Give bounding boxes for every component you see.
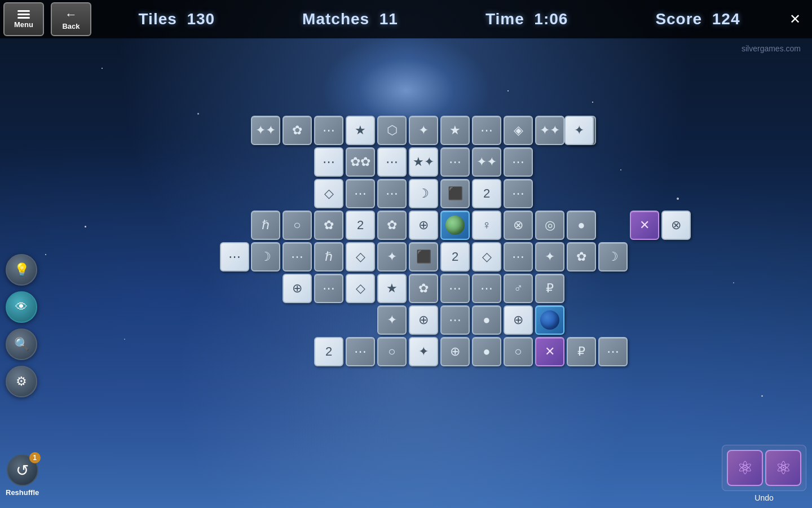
eye-button[interactable]: 👁 [6, 291, 37, 323]
tile-r1c2[interactable]: ⋯ [377, 147, 407, 177]
hint-button[interactable]: 💡 [6, 254, 37, 286]
tile-r4c6[interactable]: 2 [440, 242, 470, 271]
reshuffle-count: 1 [29, 452, 41, 463]
tile-r7c4[interactable]: ⊕ [440, 337, 470, 366]
tile-r7c5[interactable]: ● [472, 337, 501, 366]
tile-left-extra[interactable]: ⋯ [220, 242, 249, 271]
tile-r2c5[interactable]: 2 [472, 179, 501, 208]
tile-r5c6[interactable]: ⋯ [472, 274, 501, 303]
tile-r5c5[interactable]: ⋯ [440, 274, 470, 303]
tile-r3c3[interactable]: 2 [346, 211, 375, 240]
tile-r0c9[interactable]: ✦✦ [535, 116, 564, 145]
tile-r3c2[interactable]: ✿ [314, 211, 343, 240]
tile-r7c9[interactable]: ⋯ [598, 337, 628, 366]
tile-r2c6[interactable]: ⋯ [504, 179, 533, 208]
header-stats: Tiles 130 Matches 11 Time 1:06 Score 124 [95, 10, 784, 28]
tile-r6c1[interactable]: ⊕ [409, 305, 438, 335]
tile-right-extra1[interactable]: ✕ [630, 211, 659, 240]
time-stat: Time 1:06 [486, 10, 568, 28]
tile-r6c5-planet[interactable] [535, 305, 564, 335]
tile-r1c0[interactable]: ⋯ [314, 147, 343, 177]
tile-r1c4[interactable]: ⋯ [440, 147, 470, 177]
tile-r2c2[interactable]: ⋯ [377, 179, 407, 208]
tile-r5c7[interactable]: ♂ [504, 274, 533, 303]
tile-r4c5[interactable]: ⬛ [409, 242, 438, 271]
tile-r4c1[interactable]: ⋯ [283, 242, 312, 271]
reshuffle-icon: ↺ [16, 461, 29, 480]
tile-r1c1[interactable]: ✿✿ [346, 147, 375, 177]
tile-r4c11[interactable]: ☽ [598, 242, 628, 271]
tile-r0c1[interactable]: ✿ [283, 116, 312, 145]
tile-r4c9[interactable]: ✦ [535, 242, 564, 271]
tile-r3c0[interactable]: ℏ [251, 211, 280, 240]
tile-r7c0[interactable]: 2 [314, 337, 343, 366]
tile-r0c3[interactable]: ★ [346, 116, 375, 145]
tile-r6c2[interactable]: ⋯ [440, 305, 470, 335]
tile-r2c3[interactable]: ☽ [409, 179, 438, 208]
tile-r6c4[interactable]: ⊕ [504, 305, 533, 335]
back-button[interactable]: ← Back [51, 2, 91, 36]
menu-button[interactable]: Menu [3, 2, 44, 36]
tile-r3c5[interactable]: ⊕ [409, 211, 438, 240]
tile-r7c7-purple[interactable]: ✕ [535, 337, 564, 366]
close-button[interactable]: ✕ [784, 8, 806, 30]
tile-r0c5[interactable]: ✦ [409, 116, 438, 145]
tile-r7c2[interactable]: ○ [377, 337, 407, 366]
menu-icon [17, 10, 30, 19]
tile-r4c7[interactable]: ◇ [472, 242, 501, 271]
tile-r3c8[interactable]: ⊗ [504, 211, 533, 240]
tiles-stat: Tiles 130 [139, 10, 215, 28]
tile-r4c8[interactable]: ⋯ [504, 242, 533, 271]
tile-r2c0[interactable]: ◇ [314, 179, 343, 208]
game-board: ✦✦ ✿ ⋯ ★ ⬡ ✦ ★ ⋯ ◈ ✦✦ ⋯ ✦ ⋯ ✿✿ ⋯ ★✦ ⋯ ✦✦… [220, 116, 592, 437]
tile-r3c6[interactable] [440, 211, 470, 240]
tile-r5c0[interactable]: ⊕ [283, 274, 312, 303]
tile-r5c2[interactable]: ◇ [346, 274, 375, 303]
search-button[interactable]: 🔍 [6, 329, 37, 360]
tile-r4c4[interactable]: ✦ [377, 242, 407, 271]
undo-tile-1[interactable]: ⚛ [727, 450, 763, 486]
search-icon: 🔍 [14, 337, 29, 352]
tile-r5c8[interactable]: ₽ [535, 274, 564, 303]
undo-tiles-container: ⚛ ⚛ [722, 445, 806, 491]
tile-r0c8[interactable]: ◈ [504, 116, 533, 145]
tile-r0c11[interactable]: ✦ [564, 116, 594, 145]
tile-r2c1[interactable]: ⋯ [346, 179, 375, 208]
tile-r5c3[interactable]: ★ [377, 274, 407, 303]
tile-r3c1[interactable]: ○ [283, 211, 312, 240]
undo-label: Undo [754, 493, 773, 502]
tile-r4c2[interactable]: ℏ [314, 242, 343, 271]
tile-r7c8[interactable]: ₽ [567, 337, 596, 366]
tile-r3c7[interactable]: ♀ [472, 211, 501, 240]
tile-r3c4[interactable]: ✿ [377, 211, 407, 240]
tile-r0c4[interactable]: ⬡ [377, 116, 407, 145]
tile-r2c4[interactable]: ⬛ [440, 179, 470, 208]
tile-r5c1[interactable]: ⋯ [314, 274, 343, 303]
tile-r1c6[interactable]: ⋯ [504, 147, 533, 177]
tile-r0c6[interactable]: ★ [440, 116, 470, 145]
tile-r3c10[interactable]: ● [567, 211, 596, 240]
tile-r6c3[interactable]: ● [472, 305, 501, 335]
tile-r6c0[interactable]: ✦ [377, 305, 407, 335]
tile-r0c7[interactable]: ⋯ [472, 116, 501, 145]
eye-icon: 👁 [15, 300, 28, 314]
tile-right-extra2[interactable]: ⊗ [661, 211, 691, 240]
back-icon: ← [65, 8, 77, 21]
tile-r4c0[interactable]: ☽ [251, 242, 280, 271]
undo-tile-2-symbol: ⚛ [775, 457, 792, 479]
header-bar: Menu ← Back Tiles 130 Matches 11 Time 1:… [0, 0, 812, 38]
tile-r0c0[interactable]: ✦✦ [251, 116, 280, 145]
tile-r1c3[interactable]: ★✦ [409, 147, 438, 177]
tile-r4c3[interactable]: ◇ [346, 242, 375, 271]
tile-r0c2[interactable]: ⋯ [314, 116, 343, 145]
undo-tile-2[interactable]: ⚛ [765, 450, 801, 486]
tile-r7c3[interactable]: ✦ [409, 337, 438, 366]
tile-r4c10[interactable]: ✿ [567, 242, 596, 271]
tile-r5c4[interactable]: ✿ [409, 274, 438, 303]
tile-r3c9[interactable]: ◎ [535, 211, 564, 240]
tile-r1c5[interactable]: ✦✦ [472, 147, 501, 177]
sidebar: 💡 👁 🔍 ⚙ [6, 254, 37, 397]
tile-r7c1[interactable]: ⋯ [346, 337, 375, 366]
tile-r7c6[interactable]: ○ [504, 337, 533, 366]
settings-button[interactable]: ⚙ [6, 366, 37, 397]
